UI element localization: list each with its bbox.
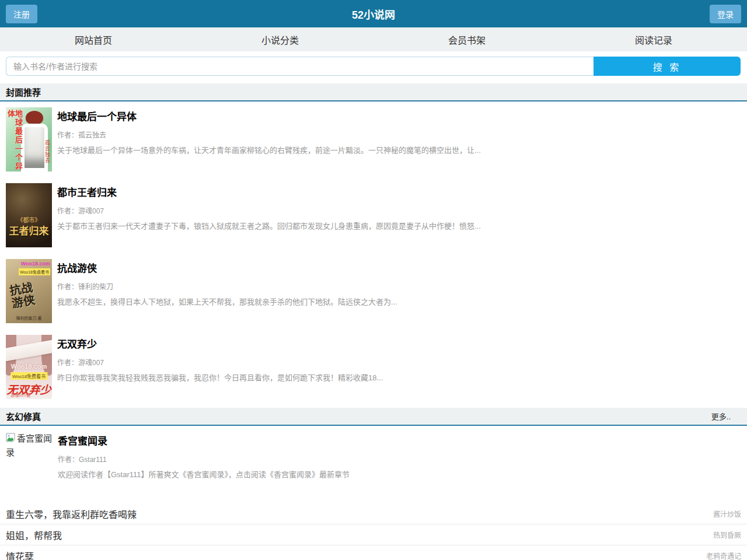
- cover-author-text: 孤云独去: [44, 140, 51, 163]
- list-item[interactable]: 重生六零，我靠返利群吃香喝辣 酱汁炒饭: [0, 503, 747, 524]
- list-item[interactable]: 情花孽 老鸦奇遇记: [0, 545, 747, 560]
- book-description: 关于地球最后一个异体一场意外的车祸，让天才青年画家柳铭心的右臂残疾，前途一片黯淡…: [57, 144, 741, 155]
- book-info: 地球最后一个异体 作者：孤云独去 关于地球最后一个异体一场意外的车祸，让天才青年…: [57, 107, 741, 172]
- book-title[interactable]: 抗战游侠: [57, 260, 741, 275]
- search-button[interactable]: 搜 索: [594, 57, 741, 76]
- cover-figure-hair: [26, 111, 43, 125]
- nav-item-bookshelf[interactable]: 会员书架: [374, 33, 560, 47]
- section-title: 玄幻修真: [6, 410, 41, 422]
- cover-site-text: Woo18.com: [6, 363, 52, 370]
- cover-banner-text: Woo18免费看书: [19, 268, 50, 275]
- book-title[interactable]: 都市王者归来: [57, 184, 741, 199]
- book-cover[interactable]: Woo18.com Woo18免费看书 无双弃少 游魂007/著: [6, 335, 52, 399]
- search-bar: 搜 索: [0, 51, 747, 83]
- cover-byline: 游魂007/著: [11, 392, 31, 398]
- book-info: 都市王者归来 作者：游魂007 关于都市王者归来一代天才遭妻子下毒，锒铛入狱成就…: [57, 183, 741, 247]
- list-item[interactable]: 姐姐，帮帮我 热到昏厥: [0, 524, 747, 545]
- cover-byline: 锋利的柴刀 著: [6, 315, 52, 321]
- book-description: 我愿永不超生，换得日本人下地狱，如果上天不帮我，那我就亲手杀的他们下地狱。陆远侠…: [57, 296, 741, 307]
- cover-main-title: 王者归来: [6, 223, 52, 237]
- book-info: 抗战游侠 作者：锋利的柴刀 我愿永不超生，换得日本人下地狱，如果上天不帮我，那我…: [57, 259, 741, 323]
- novel-author: 酱汁炒饭: [713, 509, 741, 519]
- book-info: 香宫蜜闻录 作者：Gstar111 欢迎阅读作者【Gstar111】所著爽文《香…: [58, 432, 741, 480]
- book-item[interactable]: Woo18.com Woo18免费看书 无双弃少 游魂007/著 无双弃少 作者…: [0, 329, 747, 399]
- topbar: 注册 52小说网 登录: [0, 0, 747, 27]
- novel-ranking-list: 重生六零，我靠返利群吃香喝辣 酱汁炒饭 姐姐，帮帮我 热到昏厥 情花孽 老鸦奇遇…: [0, 503, 747, 560]
- novel-author: 老鸦奇遇记: [706, 551, 741, 560]
- section-title: 封面推荐: [6, 86, 41, 98]
- book-author: 作者：孤云独去: [57, 130, 741, 139]
- book-author: 作者：游魂007: [57, 357, 741, 367]
- cover-banner-text: Woo18免费看书: [11, 372, 47, 380]
- book-cover[interactable]: 地球最后一个异体 孤云独去: [6, 107, 52, 172]
- cover-vertical-title: 地球最后一个异体: [7, 110, 22, 172]
- novel-author: 热到昏厥: [713, 530, 741, 540]
- main-nav: 网站首页 小说分类 会员书架 阅读记录: [0, 27, 747, 51]
- broken-cover: 香宫蜜闻录: [6, 432, 53, 480]
- book-item[interactable]: 《都市》 王者归来 都市王者归来 作者：游魂007 关于都市王者归来一代天才遭妻…: [0, 177, 747, 247]
- book-title[interactable]: 无双弃少: [57, 336, 741, 351]
- novel-title[interactable]: 情花孽: [6, 549, 34, 560]
- section-header: 玄幻修真 更多..: [0, 408, 747, 426]
- nav-item-history[interactable]: 阅读记录: [560, 33, 747, 47]
- book-cover[interactable]: Woo18.com Woo18免费看书 抗战游侠 锋利的柴刀 著: [6, 259, 52, 323]
- book-title[interactable]: 地球最后一个异体: [57, 108, 741, 123]
- section-header: 封面推荐: [0, 83, 747, 102]
- site-title: 52小说网: [37, 6, 710, 22]
- nav-item-categories[interactable]: 小说分类: [187, 33, 374, 47]
- search-input[interactable]: [6, 57, 594, 76]
- book-title[interactable]: 香宫蜜闻录: [58, 433, 741, 447]
- book-author: 作者：锋利的柴刀: [57, 281, 741, 291]
- book-info: 无双弃少 作者：游魂007 昨日你欺我辱我笑我轻我贱我恶我骗我，我忍你！今日再且…: [57, 335, 741, 399]
- register-button[interactable]: 注册: [6, 5, 37, 23]
- section-xuanhuan: 玄幻修真 更多.. 香宫蜜闻录 香宫蜜闻录 作者：Gstar111 欢迎阅读作者…: [0, 408, 747, 480]
- novel-title[interactable]: 姐姐，帮帮我: [6, 528, 62, 542]
- book-author: 作者：游魂007: [57, 205, 741, 215]
- book-cover[interactable]: 《都市》 王者归来: [6, 183, 52, 247]
- book-description: 关于都市王者归来一代天才遭妻子下毒，锒铛入狱成就王者之路。回归都市发现女儿身患重…: [57, 220, 741, 231]
- book-author: 作者：Gstar111: [58, 454, 741, 464]
- book-description: 昨日你欺我辱我笑我轻我贱我恶我骗我，我忍你！今日再且看你，是如何跪下求我！精彩收…: [57, 372, 741, 383]
- nav-item-home[interactable]: 网站首页: [0, 33, 187, 47]
- novel-title[interactable]: 重生六零，我靠返利群吃香喝辣: [6, 507, 137, 521]
- cover-main-title: 抗战游侠: [9, 281, 39, 310]
- section-cover-recommend: 封面推荐 地球最后一个异体 孤云独去 地球最后一个异体 作者：孤云独去 关于地球…: [0, 83, 747, 399]
- login-button[interactable]: 登录: [710, 5, 741, 23]
- book-item[interactable]: 地球最后一个异体 孤云独去 地球最后一个异体 作者：孤云独去 关于地球最后一个异…: [0, 102, 747, 172]
- cover-site-text: Woo18.com: [21, 261, 50, 267]
- book-description: 欢迎阅读作者【Gstar111】所著爽文《香宫蜜闻录》，点击阅读《香宫蜜闻录》最…: [58, 468, 741, 480]
- more-link[interactable]: 更多..: [711, 411, 741, 422]
- broken-image-icon: [6, 432, 16, 446]
- book-item[interactable]: 香宫蜜闻录 香宫蜜闻录 作者：Gstar111 欢迎阅读作者【Gstar111】…: [0, 426, 747, 480]
- book-item[interactable]: Woo18.com Woo18免费看书 抗战游侠 锋利的柴刀 著 抗战游侠 作者…: [0, 253, 747, 323]
